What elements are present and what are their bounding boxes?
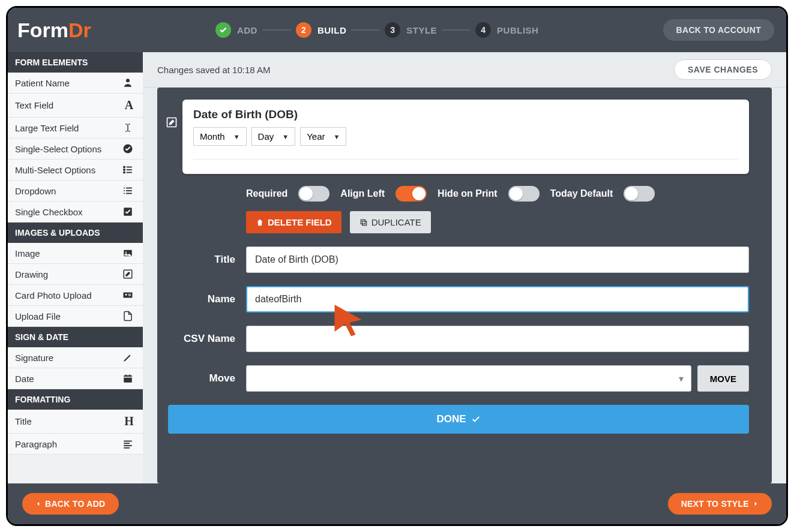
image-icon — [122, 248, 136, 259]
align-left-toggle[interactable] — [395, 186, 427, 202]
sidebar-item-date[interactable]: Date — [8, 368, 143, 389]
person-icon — [122, 77, 136, 88]
next-to-style-button[interactable]: NEXT TO STYLE — [668, 493, 772, 515]
list-icon — [122, 185, 136, 196]
edit-square-icon — [122, 269, 136, 279]
trash-icon — [256, 218, 264, 227]
move-label: Move — [168, 372, 235, 384]
step-publish[interactable]: 4 PUBLISH — [475, 22, 538, 38]
svg-point-2 — [124, 166, 125, 167]
save-status: Changes saved at 10:18 AM — [157, 65, 270, 75]
name-label: Name — [168, 293, 235, 305]
title-label: Title — [168, 254, 235, 266]
day-select[interactable]: Day▼ — [251, 127, 296, 146]
heading-icon: H — [122, 414, 136, 428]
wizard-steps: ADD 2 BUILD 3 STYLE 4 PUBLISH — [91, 22, 663, 38]
year-select[interactable]: Year▼ — [300, 127, 346, 146]
app-logo: FormDr — [17, 19, 91, 42]
field-title: Date of Birth (DOB) — [193, 108, 738, 121]
checkbox-icon — [122, 206, 136, 217]
letter-a-icon: A — [122, 98, 136, 112]
chevron-down-icon: ▼ — [333, 133, 340, 140]
delete-field-button[interactable]: DELETE FIELD — [246, 211, 341, 233]
today-default-toggle[interactable] — [624, 186, 655, 202]
csv-name-label: CSV Name — [168, 333, 235, 345]
sidebar-header-formatting: FORMATTING — [8, 389, 143, 410]
svg-rect-31 — [362, 221, 366, 225]
sidebar-item-text-field[interactable]: Text FieldA — [8, 94, 143, 118]
sidebar-header-sign-date: SIGN & DATE — [8, 327, 143, 347]
sidebar-item-paragraph[interactable]: Paragraph — [8, 434, 143, 455]
hide-on-print-label: Hide on Print — [438, 188, 498, 199]
svg-point-6 — [124, 172, 125, 173]
chevron-right-icon — [753, 501, 759, 507]
sidebar-item-drawing[interactable]: Drawing — [8, 264, 143, 285]
sidebar-item-dropdown[interactable]: Dropdown — [8, 181, 143, 202]
month-select[interactable]: Month▼ — [193, 127, 247, 146]
chevron-left-icon — [35, 501, 41, 507]
chevron-down-icon: ▼ — [233, 133, 240, 140]
svg-rect-22 — [124, 375, 132, 383]
sidebar-item-patient-name[interactable]: Patient Name — [8, 73, 143, 94]
pencil-icon — [122, 352, 136, 363]
sidebar-item-title[interactable]: TitleH — [8, 410, 143, 434]
save-changes-button[interactable]: SAVE CHANGES — [674, 59, 772, 80]
done-button[interactable]: DONE — [168, 405, 749, 434]
back-to-account-button[interactable]: BACK TO ACCOUNT — [663, 19, 774, 41]
sidebar-header-images-uploads: IMAGES & UPLOADS — [8, 223, 143, 243]
svg-point-4 — [124, 169, 125, 170]
svg-rect-32 — [361, 220, 365, 224]
check-icon — [471, 414, 481, 424]
step-add[interactable]: ADD — [215, 22, 257, 38]
text-cursor-icon — [122, 122, 136, 133]
move-button[interactable]: MOVE — [697, 365, 749, 392]
sidebar-item-large-text-field[interactable]: Large Text Field — [8, 118, 143, 139]
svg-point-0 — [126, 79, 130, 82]
file-icon — [122, 311, 136, 321]
sidebar-item-card-photo[interactable]: Card Photo Upload — [8, 285, 143, 306]
sidebar-item-multi-select[interactable]: Multi-Select Options — [8, 160, 143, 181]
sidebar-item-signature[interactable]: Signature — [8, 347, 143, 368]
required-toggle[interactable] — [298, 186, 329, 202]
duplicate-field-button[interactable]: DUPLICATE — [350, 211, 431, 233]
sidebar-item-single-select[interactable]: Single-Select Options — [8, 139, 143, 160]
name-input[interactable] — [246, 286, 749, 312]
title-input[interactable] — [246, 247, 749, 273]
back-to-add-button[interactable]: BACK TO ADD — [22, 493, 119, 515]
hide-on-print-toggle[interactable] — [508, 186, 540, 202]
svg-point-19 — [125, 294, 127, 296]
chevron-down-icon: ▼ — [282, 133, 289, 140]
step-style[interactable]: 3 STYLE — [385, 22, 437, 38]
sidebar[interactable]: FORM ELEMENTS Patient Name Text FieldA L… — [8, 52, 143, 483]
id-card-icon — [122, 290, 136, 300]
sidebar-header-form-elements: FORM ELEMENTS — [8, 52, 143, 73]
sidebar-item-image[interactable]: Image — [8, 243, 143, 264]
sidebar-item-upload-file[interactable]: Upload File — [8, 306, 143, 327]
list-check-icon — [122, 164, 136, 175]
today-default-label: Today Default — [550, 188, 613, 199]
step-build[interactable]: 2 BUILD — [296, 22, 346, 38]
align-left-icon — [122, 438, 136, 449]
check-icon — [219, 26, 227, 34]
edit-icon[interactable] — [166, 116, 178, 128]
field-preview-card: Date of Birth (DOB) Month▼ Day▼ Year▼ — [182, 100, 749, 174]
check-circle-icon — [122, 143, 136, 154]
chevron-down-icon: ▾ — [679, 373, 684, 384]
move-select[interactable]: ▾ — [246, 365, 691, 392]
csv-name-input[interactable] — [246, 326, 749, 352]
svg-point-16 — [125, 251, 127, 253]
copy-icon — [359, 218, 368, 227]
align-left-label: Align Left — [340, 188, 385, 199]
required-label: Required — [246, 188, 287, 199]
sidebar-item-single-checkbox[interactable]: Single Checkbox — [8, 202, 143, 223]
svg-rect-18 — [124, 293, 133, 298]
calendar-icon — [122, 373, 136, 384]
